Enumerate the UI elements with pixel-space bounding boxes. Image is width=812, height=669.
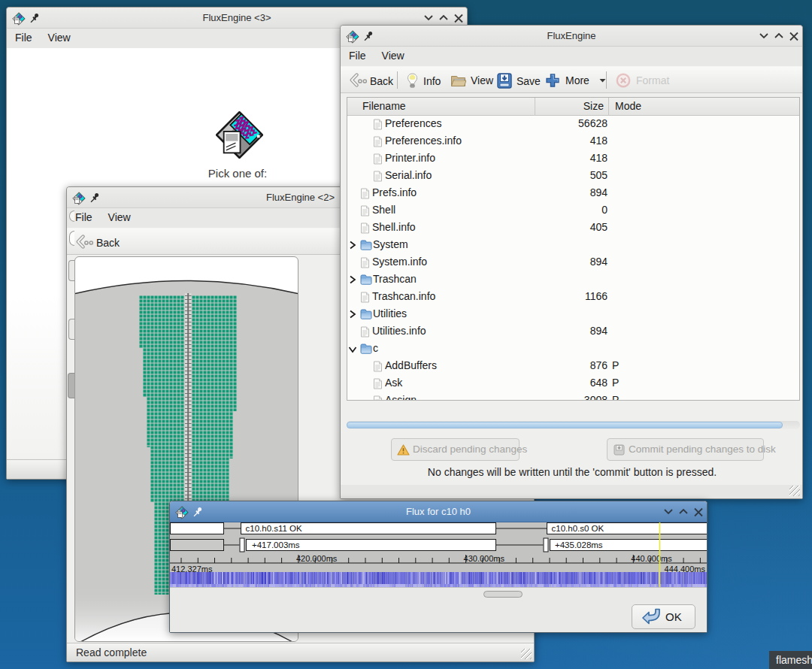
svg-text:+417.003ms: +417.003ms — [252, 540, 300, 549]
svg-text:c10.h0.s11 OK: c10.h0.s11 OK — [246, 524, 303, 533]
svg-text:440.000ms: 440.000ms — [631, 554, 672, 563]
svg-text:430.000ms: 430.000ms — [464, 554, 505, 563]
svg-text:420.000ms: 420.000ms — [296, 554, 338, 563]
svg-text:444.400ms: 444.400ms — [665, 565, 706, 574]
svg-text:412.327ms: 412.327ms — [171, 565, 213, 574]
svg-text:+435.028ms: +435.028ms — [555, 540, 603, 549]
svg-text:c10.h0.s0 OK: c10.h0.s0 OK — [552, 524, 604, 533]
